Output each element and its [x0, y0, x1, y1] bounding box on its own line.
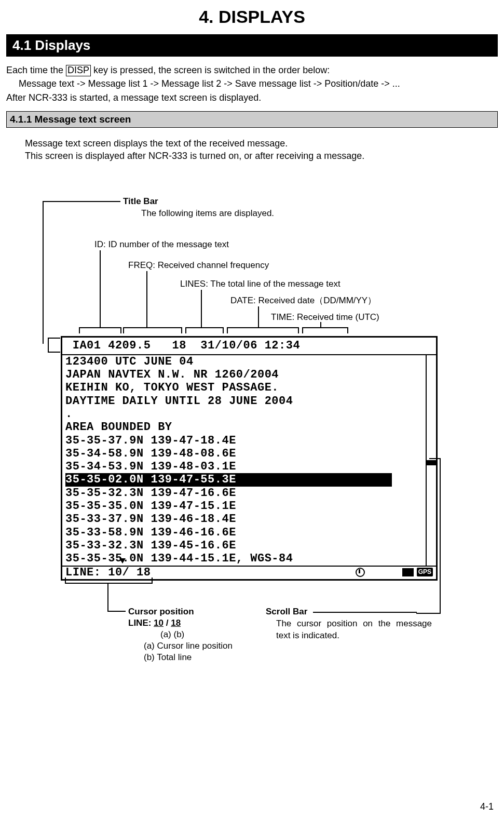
scrollbar-leader-v	[440, 458, 441, 614]
scrollbar-label: Scroll Bar	[266, 607, 307, 616]
time-leader	[320, 322, 321, 327]
id-leader	[100, 250, 101, 327]
intro-paragraph: Each time the DISP key is pressed, the s…	[6, 64, 498, 76]
cursor-line-prefix: LINE:	[128, 618, 154, 628]
envelope-icon	[402, 568, 414, 576]
gps-badge: GPS	[417, 568, 433, 576]
titlebar-label: Title Bar	[123, 196, 158, 208]
titlebar-leader-v	[43, 201, 44, 344]
cursor-leader-h	[107, 611, 126, 612]
lcd-status-bar: LINE: 10/ 18 GPS	[62, 566, 436, 579]
cursor-b-desc: (b) Total line	[128, 652, 233, 663]
date-bracket	[227, 327, 299, 333]
freq-bracket	[123, 327, 182, 333]
titlebar-desc: The following items are displayed.	[141, 208, 274, 220]
cursor-a-value: 10	[154, 618, 164, 628]
lcd-scrollbar[interactable]	[426, 355, 436, 566]
disp-key-box: DISP	[66, 65, 91, 76]
freq-label: FREQ: Received channel frequency	[128, 260, 269, 272]
down-arrow-icon	[119, 558, 126, 563]
cursor-b-value: 18	[171, 618, 181, 628]
scrollbar-leader-h	[429, 458, 440, 459]
titlebar-leader-h	[43, 201, 120, 202]
cursor-position-label: Cursor position	[128, 606, 233, 617]
status-bracket	[65, 578, 153, 584]
scrollbar-block: Scroll Bar The cursor position on the me…	[266, 606, 432, 642]
date-leader	[258, 306, 259, 327]
cursor-line-row: LINE: 10 / 18	[128, 617, 233, 629]
time-label: TIME: Received time (UTC)	[271, 312, 379, 324]
lines-leader	[201, 290, 202, 327]
lines-label: LINES: The total line of the message tex…	[180, 278, 340, 290]
id-label: ID: ID number of the message text	[94, 239, 229, 251]
flow-sequence: Message text -> Message list 1 -> Messag…	[6, 77, 498, 90]
lcd-screen: IA01 4209.5 18 31/10/06 12:34 123400 UTC…	[61, 336, 438, 580]
subsection-body: Message text screen displays the text of…	[6, 137, 498, 163]
diagram: Title Bar The following items are displa…	[6, 178, 473, 676]
scrollbar-desc: The cursor position on the message text …	[276, 618, 432, 642]
lcd-title-bar: IA01 4209.5 18 31/10/06 12:34	[62, 338, 436, 355]
sub-paragraph-1: Message text screen displays the text of…	[25, 137, 498, 150]
after-start-line: After NCR-333 is started, a message text…	[6, 91, 498, 104]
cursor-ab-row: (a) (b)	[128, 629, 233, 640]
info-icon	[356, 568, 365, 577]
id-bracket	[79, 327, 121, 333]
titlebar-bracket	[48, 338, 60, 353]
lcd-message-text: 123400 UTC JUNE 04 JAPAN NAVTEX N.W. NR …	[62, 355, 426, 566]
cursor-position-block: Cursor position LINE: 10 / 18 (a) (b) (a…	[128, 606, 233, 663]
section-heading: 4.1 Displays	[6, 34, 498, 57]
intro-prefix: Each time the	[6, 65, 66, 75]
chapter-title: 4. DISPLAYS	[6, 5, 498, 29]
lcd-body: 123400 UTC JUNE 04 JAPAN NAVTEX N.W. NR …	[62, 355, 436, 566]
sub-paragraph-2: This screen is displayed after NCR-333 i…	[25, 150, 498, 162]
intro-suffix: key is pressed, the screen is switched i…	[91, 65, 330, 75]
freq-leader	[146, 271, 147, 327]
time-bracket	[302, 327, 348, 333]
scrollbar-thumb[interactable]	[427, 460, 436, 465]
scrollbar-join	[416, 613, 440, 614]
subsection-heading: 4.1.1 Message text screen	[6, 111, 498, 128]
lines-bracket	[185, 327, 224, 333]
cursor-a-desc: (a) Cursor line position	[128, 640, 233, 652]
status-leader	[107, 584, 108, 611]
cursor-sep: /	[164, 618, 171, 628]
date-label: DATE: Received date（DD/MM/YY）	[230, 295, 376, 307]
